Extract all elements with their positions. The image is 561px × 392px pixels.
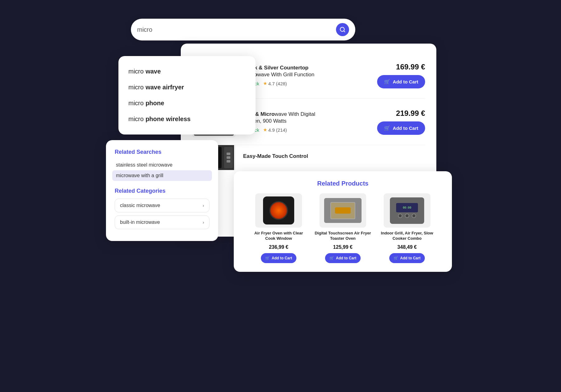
- related-product-toaster: Digital Touchscreen Air Fryer Toaster Ov…: [313, 193, 372, 263]
- sc-knob-3: [412, 214, 416, 218]
- product-price-2: 219.99 €: [396, 109, 425, 118]
- related-product-price-toaster: 125,99 €: [333, 244, 352, 250]
- chevron-icon-builtin: ›: [203, 220, 204, 225]
- cart-icon-rp-3: 🛒: [394, 256, 398, 260]
- slowcooker-body: 00:00: [390, 197, 424, 224]
- autocomplete-prefix-2: micro: [128, 84, 144, 91]
- autocomplete-item-microphone[interactable]: microphone: [118, 95, 256, 111]
- rating-2: ★ 4.9 (214): [263, 127, 287, 133]
- search-icon: [339, 26, 346, 33]
- category-builtin-label: built-in microwave: [120, 220, 160, 225]
- product-title-normal-2: wave With Digital: [275, 111, 315, 117]
- related-product-price-slowcooker: 348,49 €: [397, 244, 417, 250]
- slowcooker-display: 00:00: [396, 203, 418, 212]
- product-title-2: Grill & Microwave With Digital Screen, 9…: [243, 111, 362, 125]
- product-title-1: Black & Silver Countertop Microwave With…: [243, 64, 362, 78]
- sc-knob-1: [398, 214, 402, 218]
- autocomplete-prefix-3: micro: [128, 100, 144, 107]
- search-input[interactable]: [137, 26, 336, 33]
- related-product-image-slowcooker: 00:00: [384, 193, 430, 228]
- add-to-cart-button-2[interactable]: 🛒 Add to Cart: [377, 121, 425, 135]
- add-to-cart-label-1: Add to Cart: [393, 79, 418, 84]
- slowcooker-display-text: 00:00: [403, 206, 411, 209]
- product-info-2: Grill & Microwave With Digital Screen, 9…: [243, 111, 362, 133]
- autocomplete-suffix-3: phone: [146, 100, 164, 107]
- product-right-1: 169.99 € 🛒 Add to Cart: [369, 63, 425, 88]
- star-icon-2: ★: [263, 127, 267, 133]
- related-product-image-toaster: [319, 193, 366, 228]
- cart-icon-rp-1: 🛒: [265, 256, 270, 260]
- toaster-food: [335, 207, 351, 214]
- related-product-name-toaster: Digital Touchscreen Air Fryer Toaster Ov…: [313, 231, 372, 241]
- related-product-price-airfryer: 236,99 €: [269, 244, 288, 250]
- slowcooker-knobs: [398, 214, 416, 218]
- cart-icon-2: 🛒: [384, 125, 390, 131]
- cart-icon-1: 🛒: [384, 79, 390, 85]
- toaster-window: [330, 202, 355, 219]
- search-button[interactable]: [336, 23, 349, 36]
- autocomplete-item-microwave-airfryer[interactable]: microwave airfryer: [118, 79, 256, 95]
- autocomplete-suffix-4: phone wireless: [146, 116, 191, 123]
- autocomplete-prefix: micro: [128, 68, 144, 75]
- add-to-cart-label-rp-1: Add to Cart: [272, 256, 292, 260]
- autocomplete-item-microphone-wireless[interactable]: microphone wireless: [118, 111, 256, 127]
- mw-panel-3: [224, 147, 233, 168]
- add-to-cart-label-rp-3: Add to Cart: [400, 256, 420, 260]
- related-products-grid: Air Fryer Oven with Clear Cook Window 23…: [242, 193, 443, 263]
- category-classic-microwave[interactable]: classic microwave ›: [115, 199, 209, 212]
- category-builtin-microwave[interactable]: built-in microwave ›: [115, 215, 209, 229]
- airfryer-body: [263, 196, 294, 224]
- product-info-3: Easy-Made Touch Control: [243, 153, 425, 162]
- product-info-1: Black & Silver Countertop Microwave With…: [243, 64, 362, 86]
- related-product-name-slowcooker: Indoor Grill, Air Fryer, Slow Cooker Com…: [377, 231, 437, 241]
- related-products-panel: Related Products Air Fryer Oven with Cle…: [234, 171, 452, 272]
- related-categories-section: Related Categories classic microwave › b…: [115, 188, 209, 229]
- related-add-to-cart-toaster[interactable]: 🛒 Add to Cart: [325, 253, 361, 263]
- chevron-icon-classic: ›: [203, 203, 204, 208]
- product-meta-1: In stock ★ 4.7 (428): [243, 81, 362, 86]
- rating-1: ★ 4.7 (428): [263, 81, 287, 86]
- related-searches-title: Related Searches: [115, 149, 209, 155]
- product-row-3: Easy-Made Touch Control: [192, 145, 425, 170]
- add-to-cart-button-1[interactable]: 🛒 Add to Cart: [377, 75, 425, 88]
- add-to-cart-label-2: Add to Cart: [393, 125, 418, 131]
- reviews-2: (214): [276, 127, 287, 133]
- product-meta-2: In stock ★ 4.9 (214): [243, 127, 362, 133]
- related-product-slowcooker: 00:00 Indoor Grill, Air Fryer, Slow Cook…: [377, 193, 437, 263]
- add-to-cart-label-rp-2: Add to Cart: [336, 256, 356, 260]
- product-price-1: 169.99 €: [396, 63, 425, 71]
- svg-line-1: [344, 31, 345, 32]
- related-product-image-airfryer: [255, 193, 302, 228]
- reviews-1: (428): [276, 81, 287, 86]
- related-categories-title: Related Categories: [115, 188, 209, 194]
- related-product-airfryer: Air Fryer Oven with Clear Cook Window 23…: [249, 193, 308, 263]
- related-product-name-airfryer: Air Fryer Oven with Clear Cook Window: [249, 231, 308, 241]
- product-right-2: 219.99 € 🛒 Add to Cart: [369, 109, 425, 135]
- autocomplete-suffix: wave: [146, 68, 161, 75]
- autocomplete-suffix-2: wave airfryer: [146, 84, 184, 91]
- toaster-body: [324, 198, 362, 223]
- star-icon-1: ★: [263, 81, 267, 86]
- rating-value-1: 4.7: [268, 81, 275, 86]
- related-add-to-cart-slowcooker[interactable]: 🛒 Add to Cart: [389, 253, 425, 263]
- autocomplete-dropdown: microwave microwave airfryer microphone …: [118, 56, 256, 135]
- search-bar: [131, 19, 355, 40]
- autocomplete-item-microwave[interactable]: microwave: [118, 64, 256, 79]
- rating-value-2: 4.9: [268, 127, 275, 133]
- cart-icon-rp-2: 🛒: [329, 256, 334, 260]
- autocomplete-prefix-4: micro: [128, 116, 144, 123]
- related-search-stainless[interactable]: stainless steel microwave: [115, 160, 209, 170]
- related-products-title: Related Products: [242, 180, 443, 187]
- main-container: microwave microwave airfryer microphone …: [94, 19, 467, 40]
- related-panel: Related Searches stainless steel microwa…: [106, 140, 218, 241]
- related-add-to-cart-airfryer[interactable]: 🛒 Add to Cart: [261, 253, 296, 263]
- related-search-grill[interactable]: microwave with a grill: [112, 170, 212, 181]
- sc-knob-2: [405, 214, 409, 218]
- airfryer-window: [269, 201, 288, 220]
- product-title-3: Easy-Made Touch Control: [243, 153, 425, 160]
- category-classic-label: classic microwave: [120, 203, 160, 208]
